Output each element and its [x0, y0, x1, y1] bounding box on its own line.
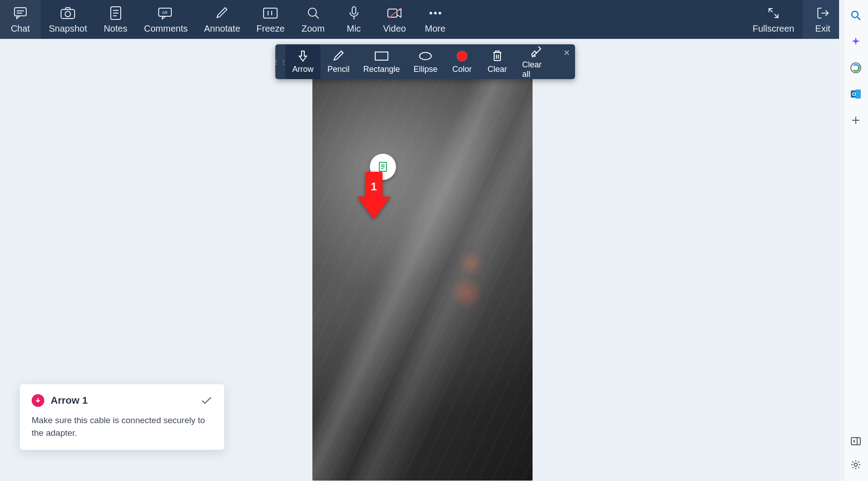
notes-button[interactable]: Notes: [95, 0, 136, 39]
svg-rect-16: [352, 7, 356, 14]
note-doc-icon: [377, 160, 389, 173]
freeze-icon: [263, 5, 278, 21]
fullscreen-label: Fullscreen: [753, 24, 794, 34]
video-label: Video: [383, 24, 406, 34]
search-icon: [850, 10, 861, 21]
browser-side-rail: [843, 0, 868, 481]
more-label: More: [425, 24, 446, 34]
rail-add-button[interactable]: [849, 113, 863, 127]
chat-icon: [13, 5, 28, 21]
comments-icon: AR: [158, 5, 174, 21]
svg-point-36: [852, 11, 858, 18]
svg-point-4: [65, 11, 71, 17]
svg-rect-0: [14, 8, 26, 16]
pencil-icon: [333, 49, 344, 63]
tool-pencil-button[interactable]: Pencil: [321, 44, 357, 79]
content-scrollbar[interactable]: [839, 0, 843, 481]
snapshot-button[interactable]: Snapshot: [41, 0, 95, 39]
tool-color-button[interactable]: Color: [444, 44, 480, 79]
gear-icon: [851, 460, 861, 470]
freeze-label: Freeze: [256, 24, 284, 34]
rail-copilot-button[interactable]: [849, 61, 863, 75]
tool-ellipse-button[interactable]: Ellipse: [406, 44, 444, 79]
annotation-card-confirm-button[interactable]: [201, 396, 212, 405]
annotation-card-type-icon: [32, 394, 44, 407]
sparkle-icon: [850, 36, 861, 47]
svg-line-23: [769, 9, 773, 12]
notes-icon: [109, 5, 122, 21]
outlook-icon: [850, 88, 862, 100]
rail-bottom-group: [849, 434, 863, 481]
svg-point-30: [420, 52, 431, 60]
plus-icon: [851, 116, 860, 125]
freeze-button[interactable]: Freeze: [248, 0, 292, 39]
annotation-card-title: Arrow 1: [51, 395, 88, 406]
annotate-toolbar-drag-handle[interactable]: ⋮⋮: [275, 44, 285, 79]
check-icon: [201, 396, 212, 405]
main-toolbar-right: Fullscreen Exit: [745, 0, 843, 39]
tool-rectangle-label: Rectangle: [363, 65, 400, 74]
more-button[interactable]: More: [415, 0, 456, 39]
svg-rect-45: [851, 438, 860, 445]
tool-clear-label: Clear: [487, 65, 507, 74]
rail-panel-toggle-button[interactable]: [849, 434, 863, 448]
annotation-note-badge[interactable]: [370, 154, 396, 180]
panel-toggle-icon: [851, 437, 861, 445]
annotate-toolbar-close-button[interactable]: ✕: [558, 44, 575, 79]
exit-icon: [816, 5, 830, 21]
tool-clearall-button[interactable]: Clear all: [515, 44, 558, 79]
svg-point-22: [439, 12, 441, 14]
svg-line-35: [534, 56, 536, 57]
mic-label: Mic: [347, 24, 361, 34]
tool-clear-button[interactable]: Clear: [480, 44, 515, 79]
snapshot-label: Snapshot: [49, 24, 87, 34]
ellipse-icon: [418, 49, 433, 63]
svg-point-47: [854, 463, 858, 467]
tool-rectangle-button[interactable]: Rectangle: [357, 44, 407, 79]
svg-line-24: [774, 14, 778, 17]
mic-button[interactable]: Mic: [334, 0, 374, 39]
chat-label: Chat: [11, 24, 30, 34]
svg-rect-18: [388, 9, 397, 17]
svg-rect-31: [494, 52, 500, 61]
annotate-label: Annotate: [204, 24, 240, 34]
svg-line-37: [858, 17, 860, 20]
tool-ellipse-label: Ellipse: [414, 65, 438, 74]
mic-icon: [348, 5, 360, 21]
notes-label: Notes: [104, 24, 127, 34]
chat-button[interactable]: Chat: [0, 0, 41, 39]
broom-icon: [530, 45, 543, 58]
rail-settings-button[interactable]: [849, 457, 863, 472]
svg-line-19: [389, 8, 401, 18]
annotate-button[interactable]: Annotate: [196, 0, 248, 39]
tool-arrow-label: Arrow: [292, 65, 314, 74]
svg-point-42: [853, 93, 855, 95]
zoom-button[interactable]: Zoom: [293, 0, 334, 39]
remote-video-frame[interactable]: [312, 63, 533, 481]
comments-button[interactable]: AR Comments: [136, 0, 196, 39]
tool-pencil-label: Pencil: [327, 65, 349, 74]
annotation-card-header: Arrow 1: [32, 394, 212, 407]
annotate-toolbar: ⋮⋮ Arrow Pencil Rectangle: [275, 44, 575, 79]
exit-button[interactable]: Exit: [802, 0, 843, 39]
rail-outlook-button[interactable]: [849, 87, 863, 101]
fullscreen-button[interactable]: Fullscreen: [745, 0, 802, 39]
main-toolbar: Chat Snapshot Notes: [0, 0, 843, 39]
annotate-icon: [215, 5, 229, 21]
exit-label: Exit: [815, 24, 830, 34]
fullscreen-icon: [767, 5, 780, 21]
tool-color-label: Color: [452, 65, 472, 74]
copilot-icon: [850, 62, 862, 74]
video-button[interactable]: Video: [374, 0, 415, 39]
tool-arrow-button[interactable]: Arrow: [285, 44, 321, 79]
video-off-icon: [387, 5, 402, 21]
svg-point-14: [308, 8, 316, 16]
rail-search-button[interactable]: [849, 8, 863, 23]
svg-rect-40: [855, 90, 861, 99]
app-root: Chat Snapshot Notes: [0, 0, 868, 481]
svg-line-15: [316, 15, 319, 19]
trash-icon: [492, 49, 503, 63]
rail-sparkle-button[interactable]: [849, 34, 863, 49]
color-swatch-icon: [457, 49, 467, 63]
more-icon: [429, 5, 442, 21]
